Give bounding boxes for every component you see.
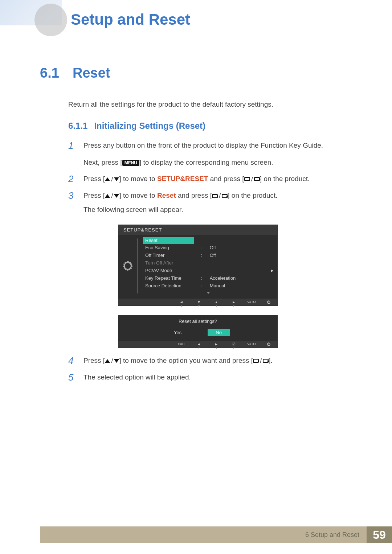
osd-exit-label: EXIT bbox=[176, 342, 187, 346]
step-number: 3 bbox=[68, 190, 76, 201]
osd-nav-right-icon: ►▾ bbox=[229, 300, 239, 304]
osd-confirm-question: Reset all settings? bbox=[179, 319, 217, 324]
step-text: Press [ / ] to move to the option you wa… bbox=[83, 355, 273, 366]
osd-item: Eco Saving:Off bbox=[143, 244, 274, 251]
step-number: 5 bbox=[68, 372, 76, 383]
subsection-number: 6.1.1 bbox=[68, 121, 87, 131]
osd-item: Off Timer:Off bbox=[143, 251, 274, 259]
chevron-down-icon bbox=[207, 292, 210, 294]
step-number: 2 bbox=[68, 173, 76, 185]
osd-item: PC/AV Mode▶ bbox=[143, 267, 274, 274]
enter-source-icon: / bbox=[253, 356, 269, 366]
step-text: Press [ / ] to move to Reset and press [… bbox=[83, 190, 278, 216]
power-icon: ⏻ bbox=[264, 342, 274, 346]
osd-confirm-screenshot: Reset all settings? Yes No EXIT ◄▾ ►▾ ☑▾… bbox=[118, 315, 278, 348]
footer-chapter-label: 6 Setup and Reset bbox=[305, 531, 359, 539]
enter-source-icon: / bbox=[244, 174, 260, 185]
footer-bar: 6 Setup and Reset bbox=[40, 526, 367, 543]
step-text: The selected option will be applied. bbox=[83, 372, 191, 383]
section-intro: Return all the settings for the product … bbox=[68, 99, 356, 110]
footer-page-number: 59 bbox=[367, 526, 392, 543]
chevron-right-icon: ▶ bbox=[271, 268, 274, 272]
chapter-title: Setup and Reset bbox=[71, 11, 190, 28]
chapter-badge bbox=[34, 4, 67, 36]
gear-icon bbox=[124, 262, 132, 270]
step-text: Press any button on the front of the pro… bbox=[83, 140, 323, 151]
osd-nav-left-icon: ◄▾ bbox=[194, 342, 204, 346]
osd-nav-left-icon: ◄▾ bbox=[176, 300, 187, 304]
power-icon: ⏻ bbox=[264, 300, 274, 304]
osd-header: SETUP&RESET bbox=[118, 225, 277, 235]
osd-item-selected: Reset bbox=[143, 237, 194, 244]
section-title: Reset bbox=[73, 65, 110, 81]
osd-item: Source Detection:Manual bbox=[143, 282, 274, 290]
osd-enter-icon: ☑▾ bbox=[229, 342, 239, 346]
up-down-icon: / bbox=[105, 356, 119, 366]
step-number: 4 bbox=[68, 355, 76, 366]
section-number: 6.1 bbox=[40, 65, 62, 81]
keyword-reset: Reset bbox=[157, 192, 176, 199]
osd-auto-label: AUTO bbox=[246, 342, 256, 346]
enter-source-icon: / bbox=[212, 190, 228, 201]
osd-nav-right-icon: ►▾ bbox=[211, 342, 221, 346]
osd-auto-label: AUTO bbox=[246, 300, 256, 304]
subsection-title: Initializing Settings (Reset) bbox=[94, 121, 205, 131]
osd-item: Key Repeat Time:Acceleration bbox=[143, 274, 274, 282]
step-number: 1 bbox=[68, 140, 76, 151]
osd-option-yes: Yes bbox=[166, 329, 189, 336]
step-subtext: Next, press [MENU] to display the corres… bbox=[83, 157, 356, 168]
osd-nav-up-icon: ▲▾ bbox=[211, 300, 221, 304]
step-text: Press [ / ] to move to SETUP&RESET and p… bbox=[83, 173, 310, 185]
menu-chip-icon: MENU bbox=[122, 160, 139, 166]
up-down-icon: / bbox=[105, 190, 119, 201]
up-down-icon: / bbox=[105, 174, 119, 185]
osd-item: Turn Off After bbox=[143, 259, 274, 267]
osd-nav-down-icon: ▼▾ bbox=[194, 300, 204, 304]
osd-menu-screenshot: SETUP&RESET Reset Eco Saving:Off Off Tim… bbox=[118, 225, 278, 306]
osd-option-no: No bbox=[208, 329, 230, 336]
keyword-setup-reset: SETUP&RESET bbox=[157, 175, 208, 182]
